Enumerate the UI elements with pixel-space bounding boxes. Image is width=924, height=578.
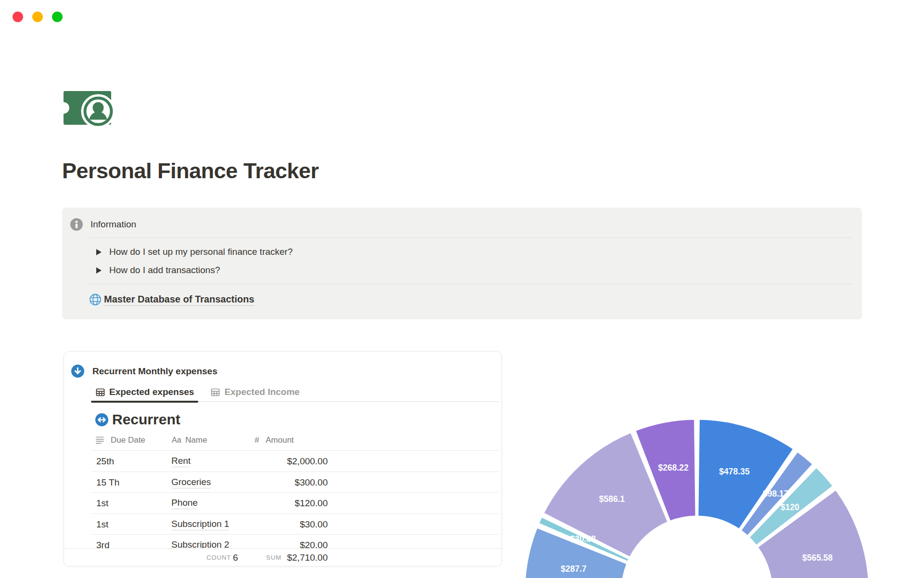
page-title: Personal Finance Tracker xyxy=(62,158,319,184)
donut-slice xyxy=(525,527,627,578)
toggle-label[interactable]: How do I set up my personal finance trac… xyxy=(109,247,293,257)
table-row-groceries[interactable]: 15 Th Groceries $300.00 xyxy=(92,472,499,493)
cell-due-date[interactable]: 3rd xyxy=(96,535,109,548)
cell-name-link[interactable]: Phone xyxy=(171,498,198,509)
toggle-setup-question[interactable]: How do I set up my personal finance trac… xyxy=(62,246,293,258)
info-icon xyxy=(70,218,83,231)
circle-left-right-arrows-icon xyxy=(95,413,108,426)
toggle-label[interactable]: How do I add transactions? xyxy=(109,265,220,276)
recurrent-expenses-card: Recurrent Monthly expenses Expected expe… xyxy=(64,351,502,566)
toggle-triangle-icon[interactable] xyxy=(96,249,102,255)
view-tabs: Expected expenses Expected Income xyxy=(96,385,300,399)
master-database-link[interactable]: Master Database of Transactions xyxy=(62,293,254,306)
cell-name-link[interactable]: Rent xyxy=(171,456,191,467)
callout-title: Information xyxy=(90,219,136,230)
number-hash-icon: # xyxy=(255,434,259,447)
donut-slice xyxy=(757,490,869,578)
window-close-button[interactable] xyxy=(13,12,23,22)
count-aggregate-value[interactable]: 6 xyxy=(233,549,238,566)
active-tab-indicator xyxy=(91,401,198,403)
cell-due-date[interactable]: 15 Th xyxy=(96,472,119,493)
donut-slice-label: $268.22 xyxy=(658,463,689,473)
donut-slice-label: $98.17 xyxy=(763,489,789,499)
table-row-phone[interactable]: 1st Phone $120.00 xyxy=(92,493,499,514)
sum-aggregate-label[interactable]: SUM xyxy=(266,549,282,566)
master-database-link-label[interactable]: Master Database of Transactions xyxy=(104,294,254,306)
cell-amount[interactable]: $30.00 xyxy=(300,514,328,535)
tab-label[interactable]: Expected Income xyxy=(224,387,299,397)
card-title: Recurrent Monthly expenses xyxy=(92,366,218,377)
column-header-amount[interactable]: Amount xyxy=(266,434,294,447)
toggle-triangle-icon[interactable] xyxy=(96,267,102,274)
cell-amount[interactable]: $20.00 xyxy=(300,535,328,548)
table-row-rent[interactable]: 25th Rent $2,000.00 xyxy=(92,451,499,472)
cell-name-link[interactable]: Groceries xyxy=(171,477,211,488)
window-minimize-button[interactable] xyxy=(32,12,43,22)
donut-slice-label: $565.58 xyxy=(802,553,833,563)
globe-icon xyxy=(89,293,102,306)
cell-due-date[interactable]: 1st xyxy=(96,493,108,513)
information-callout: Information How do I set up my personal … xyxy=(62,208,862,319)
tab-expected-income[interactable]: Expected Income xyxy=(211,387,299,397)
table-body: 25th Rent $2,000.00 15 Th Groceries $300… xyxy=(92,450,499,548)
donut-slice-label: $586.1 xyxy=(599,494,625,504)
cell-name-link[interactable]: Subscription 2 xyxy=(171,539,229,548)
donut-slice-label: $287.7 xyxy=(561,564,587,574)
donut-slice xyxy=(749,467,833,546)
card-header: Recurrent Monthly expenses xyxy=(71,365,218,378)
cell-due-date[interactable]: 1st xyxy=(96,514,108,535)
tab-underline xyxy=(91,401,499,403)
text-aa-icon: Aa xyxy=(172,434,181,447)
cell-amount[interactable]: $2,000.00 xyxy=(287,451,328,472)
table-view-icon xyxy=(211,388,220,397)
column-header-name[interactable]: Name xyxy=(185,434,207,447)
donut-slice-label: $30.68 xyxy=(570,534,596,544)
table-footer: COUNT 6 SUM $2,710.00 xyxy=(64,548,501,566)
lines-icon xyxy=(96,436,104,444)
donut-slice xyxy=(698,419,794,529)
donut-slice xyxy=(539,517,629,562)
sum-aggregate-value[interactable]: $2,710.00 xyxy=(287,549,328,566)
window-zoom-button[interactable] xyxy=(52,12,63,22)
circle-down-arrow-icon[interactable] xyxy=(71,365,84,378)
table-column-headers: Due Date Aa Name # Amount xyxy=(64,434,501,447)
column-header-due-date[interactable]: Due Date xyxy=(111,434,145,447)
donut-slice xyxy=(635,419,696,521)
cell-amount[interactable]: $120.00 xyxy=(295,493,328,513)
donut-slice xyxy=(543,432,668,557)
table-row-subscription-1[interactable]: 1st Subscription 1 $30.00 xyxy=(92,514,499,535)
donut-slice-label: $120 xyxy=(781,502,799,512)
table-view-icon xyxy=(96,388,105,397)
database-title[interactable]: Recurrent xyxy=(112,411,180,428)
tab-label[interactable]: Expected expenses xyxy=(109,387,194,397)
donut-slice-label: $478.35 xyxy=(719,467,750,476)
cell-amount[interactable]: $300.00 xyxy=(295,472,328,493)
tab-expected-expenses[interactable]: Expected expenses xyxy=(96,387,194,397)
donut-slice xyxy=(741,451,813,536)
cell-due-date[interactable]: 25th xyxy=(96,451,114,472)
callout-divider xyxy=(88,237,851,238)
callout-divider xyxy=(88,284,851,284)
window-controls xyxy=(13,12,63,22)
cell-name-link[interactable]: Subscription 1 xyxy=(171,519,229,530)
banknote-portrait-icon xyxy=(64,89,115,127)
count-aggregate-label[interactable]: COUNT xyxy=(206,549,231,566)
toggle-add-transactions-question[interactable]: How do I add transactions? xyxy=(62,264,220,276)
table-row-subscription-2[interactable]: 3rd Subscription 2 $20.00 xyxy=(92,535,499,548)
recurrent-database-heading: Recurrent xyxy=(95,411,180,428)
